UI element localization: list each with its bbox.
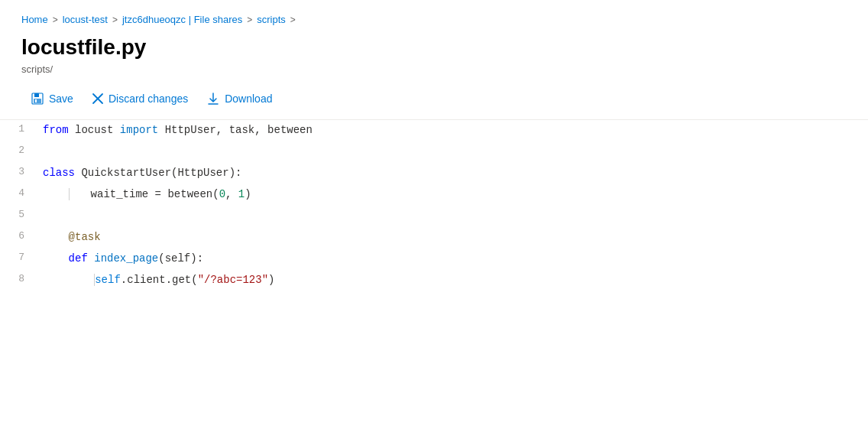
code-line-3: 3 class QuickstartUser(HttpUser): <box>0 163 868 184</box>
line-number-6: 6 <box>0 227 37 246</box>
code-line-4: 4 wait_time = between(0, 1) <box>0 184 868 206</box>
save-button[interactable]: Save <box>21 87 83 110</box>
line-number-8: 8 <box>0 270 37 289</box>
breadcrumb-sep-3: > <box>247 15 252 25</box>
svg-rect-2 <box>34 99 41 103</box>
line-content-4: wait_time = between(0, 1) <box>37 184 868 204</box>
line-content-8: self.client.get("/?abc=123") <box>37 270 868 290</box>
line-content-3: class QuickstartUser(HttpUser): <box>37 163 868 183</box>
save-icon <box>31 92 44 106</box>
discard-label: Discard changes <box>108 93 188 105</box>
breadcrumb-home[interactable]: Home <box>21 14 48 25</box>
line-content-6: @task <box>37 227 868 247</box>
code-line-1: 1 from locust import HttpUser, task, bet… <box>0 120 868 141</box>
discard-button[interactable]: Discard changes <box>83 88 197 109</box>
line-number-2: 2 <box>0 141 37 161</box>
line-number-5: 5 <box>0 206 37 225</box>
page-subtitle: scripts/ <box>21 63 847 75</box>
download-icon <box>206 92 220 106</box>
toolbar: Save Discard changes Download <box>0 78 868 120</box>
svg-rect-3 <box>35 99 37 102</box>
line-number-7: 7 <box>0 248 37 268</box>
line-number-1: 1 <box>0 120 37 139</box>
breadcrumb: Home > locust-test > jtzc6dhueoqzc | Fil… <box>0 0 868 31</box>
download-label: Download <box>225 93 272 105</box>
breadcrumb-sep-1: > <box>53 15 58 25</box>
code-editor[interactable]: 1 from locust import HttpUser, task, bet… <box>0 120 868 291</box>
discard-icon <box>92 93 104 105</box>
breadcrumb-locust-test[interactable]: locust-test <box>63 14 108 25</box>
code-line-2: 2 <box>0 141 868 163</box>
save-label: Save <box>49 93 73 105</box>
code-line-6: 6 @task <box>0 227 868 248</box>
breadcrumb-fileshare[interactable]: jtzc6dhueoqzc | File shares <box>122 14 242 25</box>
svg-rect-1 <box>34 93 39 97</box>
line-number-3: 3 <box>0 163 37 182</box>
line-content-2 <box>37 141 868 145</box>
line-content-7: def index_page(self): <box>37 248 868 268</box>
breadcrumb-sep-2: > <box>112 15 118 25</box>
page-title-area: locustfile.py scripts/ <box>0 31 868 78</box>
breadcrumb-sep-4: > <box>290 15 296 25</box>
breadcrumb-scripts[interactable]: scripts <box>257 14 286 25</box>
page-title: locustfile.py <box>21 34 847 60</box>
download-button[interactable]: Download <box>197 87 281 110</box>
line-number-4: 4 <box>0 184 37 203</box>
code-line-5: 5 <box>0 206 868 227</box>
line-content-5 <box>37 206 868 209</box>
code-line-8: 8 self.client.get("/?abc=123") <box>0 270 868 291</box>
line-content-1: from locust import HttpUser, task, betwe… <box>37 120 868 140</box>
code-line-7: 7 def index_page(self): <box>0 248 868 270</box>
